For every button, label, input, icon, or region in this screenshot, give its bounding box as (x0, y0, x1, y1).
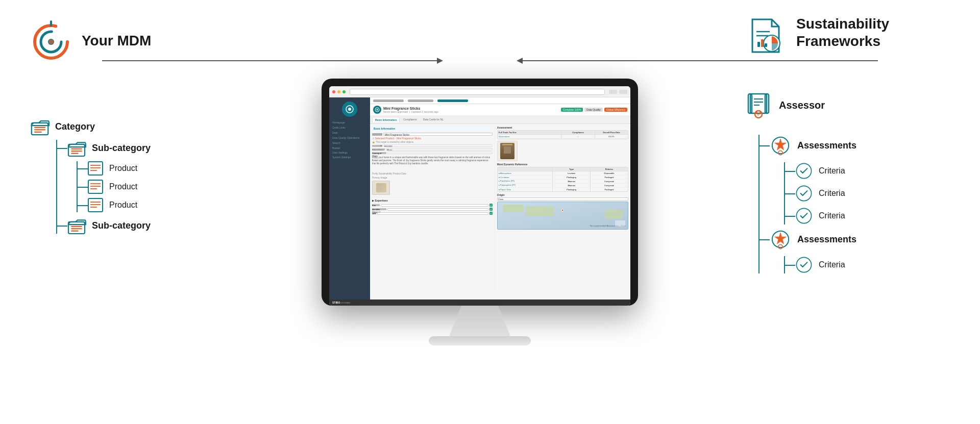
product3-label: Product (109, 201, 137, 210)
product3-icon (88, 198, 103, 212)
criteria3-label: Criteria (819, 211, 845, 220)
subcategory1-label: Sub-category (92, 143, 151, 154)
criteria1-icon (795, 162, 813, 180)
product1-label: Product (109, 164, 137, 173)
svg-point-50 (778, 151, 782, 155)
svg-rect-21 (88, 198, 103, 212)
svg-point-4 (48, 39, 54, 44)
assessments1-label: Assessments (797, 140, 856, 151)
svg-rect-25 (68, 222, 85, 234)
svg-rect-38 (757, 42, 760, 47)
mdm-header: Your MDM (31, 20, 214, 61)
left-section: Your MDM Category (0, 0, 225, 424)
criteria4-icon (795, 256, 813, 273)
svg-point-55 (778, 245, 782, 249)
assessments2-icon (770, 229, 791, 250)
svg-point-32 (377, 109, 378, 111)
criteria4-label: Criteria (819, 260, 845, 269)
svg-rect-40 (765, 43, 767, 47)
subcategory2-icon (67, 217, 86, 234)
svg-rect-9 (68, 144, 85, 156)
svg-text:STIBO: STIBO (332, 301, 340, 304)
sf-title: Sustainability Frameworks (796, 15, 949, 49)
mdm-icon (31, 20, 71, 61)
svg-rect-13 (88, 162, 103, 175)
assessor-icon: ✓ (745, 92, 772, 118)
svg-rect-39 (761, 39, 764, 47)
svg-point-53 (796, 208, 811, 223)
monitor: Homepage Quick Links Data Data Quality O… (322, 79, 638, 306)
product2-label: Product (109, 182, 137, 191)
criteria2-icon (795, 185, 813, 202)
product2-icon (88, 180, 103, 194)
category-label: Category (55, 121, 95, 132)
left-tree: Category Sub-category (31, 117, 214, 234)
svg-point-30 (348, 108, 351, 111)
assessments1-icon (770, 135, 791, 156)
right-tree: Assessments Criteria (758, 135, 949, 273)
category-item: Category (31, 117, 214, 136)
criteria3-icon (795, 207, 813, 225)
svg-point-52 (796, 186, 811, 201)
subcategory2-label: Sub-category (92, 220, 151, 231)
svg-rect-17 (88, 180, 103, 193)
product1-icon (88, 161, 103, 176)
subcategory1-icon (67, 140, 86, 156)
svg-point-51 (796, 163, 811, 178)
svg-text:SYSTEMS: SYSTEMS (340, 302, 350, 304)
svg-rect-5 (32, 123, 48, 135)
mdm-title: Your MDM (82, 33, 151, 49)
sf-icon (745, 15, 786, 56)
assessor-item: ✓ Assessor (745, 92, 949, 118)
criteria2-label: Criteria (819, 189, 845, 198)
right-section: Sustainability Frameworks ✓ Assessor (735, 0, 980, 424)
sf-header: Sustainability Frameworks (745, 15, 949, 56)
assessments2-label: Assessments (797, 234, 856, 245)
svg-point-56 (796, 257, 811, 272)
monitor-wrapper: Homepage Quick Links Data Data Quality O… (322, 79, 638, 345)
center-section: Homepage Quick Links Data Data Quality O… (225, 79, 735, 345)
assessor-label: Assessor (779, 99, 825, 111)
svg-text:✓: ✓ (757, 113, 760, 116)
criteria1-label: Criteria (819, 166, 845, 176)
monitor-screen: Homepage Quick Links Data Data Quality O… (329, 86, 630, 306)
